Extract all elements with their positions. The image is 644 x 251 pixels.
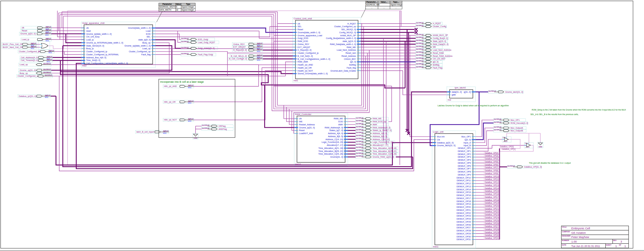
svg-text:Mux-Inh: Mux-Inh <box>437 136 445 138</box>
svg-text:DATA_WIDTH: DATA_WIDTH <box>159 9 171 11</box>
svg-text:Reset: Reset <box>298 28 303 31</box>
svg-text:Cell_Address[4..0]: Cell_Address[4..0] <box>21 56 38 59</box>
svg-text:State_Senze[19..0]: State_Senze[19..0] <box>86 45 104 47</box>
svg-text:Time_Allocation_C[29..26]: Time_Allocation_C[29..26] <box>318 153 343 155</box>
svg-text:Health_rpt_AND: Health_rpt_AND <box>298 64 313 66</box>
svg-text:Input_A: Input_A <box>464 142 471 144</box>
svg-text:VCC: VCC <box>47 61 50 63</box>
svg-text:RAM_WE: RAM_WE <box>347 46 356 49</box>
svg-text:lpm_latch0: lpm_latch0 <box>455 86 466 89</box>
svg-text:RAM_Controller: RAM_Controller <box>295 113 312 116</box>
svg-text:DataBus_OP[8]: DataBus_OP[8] <box>485 169 498 172</box>
svg-text:1.00: 1.00 <box>571 240 577 243</box>
svg-text:Cell_Configuration_Latched[dat: Cell_Configuration_Latched[data_width-1.… <box>86 62 128 65</box>
svg-text:AWK: AWK <box>338 124 343 126</box>
svg-text:inst11: inst11 <box>433 246 439 248</box>
svg-text:INPUT: INPUT <box>257 57 263 59</box>
svg-text:Parameter...: Parameter... <box>366 1 377 3</box>
svg-text:Input_B: Input_B <box>464 144 471 147</box>
svg-text:REV: REV <box>613 240 616 241</box>
svg-text:GND: GND <box>194 137 197 139</box>
svg-text:SEL_A & SEL_B is the results f: SEL_A & SEL_B is the results from the pr… <box>530 113 579 116</box>
svg-text:state_tp[9..0]: state_tp[9..0] <box>138 39 151 41</box>
svg-text:WE: WE <box>433 46 436 48</box>
svg-text:DataBus_OP[0]: DataBus_OP[0] <box>500 146 514 148</box>
svg-text:Hlth_rpt_AND: Hlth_rpt_AND <box>164 85 177 88</box>
svg-text:Load_op: Load_op <box>20 63 28 66</box>
svg-text:Signed Integer: Signed Integer <box>182 6 194 8</box>
svg-text:Value: Value <box>176 3 181 5</box>
svg-text:Cluster_Configured_ip_INTERNAL: Cluster_Configured_ip_INTERNAL <box>86 53 119 56</box>
svg-text:Busy_op: Busy_op <box>20 72 28 75</box>
svg-text:Cluster_Configured_ip: Cluster_Configured_ip <box>19 50 40 53</box>
svg-text:Q[3..0]: Q[3..0] <box>464 139 471 141</box>
svg-text:DEMUX_OP18: DEMUX_OP18 <box>457 200 471 203</box>
svg-text:OUTPUT: OUTPUT <box>43 71 51 73</box>
svg-text:RAM_Address[4..0]: RAM_Address[4..0] <box>325 127 343 129</box>
svg-text:B_Cell_Sel[1..0]: B_Cell_Sel[1..0] <box>298 55 313 57</box>
svg-text:OUTPUT: OUTPUT <box>43 63 51 65</box>
svg-text:INPUT: INPUT <box>257 54 263 56</box>
svg-text:OUTPUT: OUTPUT <box>45 74 52 76</box>
svg-text:Load_Next_Address: Load_Next_Address <box>433 49 451 51</box>
svg-text:DataBus_OP[25]: DataBus_OP[25] <box>485 220 499 222</box>
svg-text:RAM_Data[data_width-1..0]: RAM_Data[data_width-1..0] <box>330 43 356 46</box>
svg-text:Golgi_statetp[9..0]: Golgi_statetp[9..0] <box>198 47 215 50</box>
svg-text:Cluster_Configured_ip: Cluster_Configured_ip <box>86 50 107 53</box>
svg-text:...: ... <box>383 6 385 8</box>
svg-text:Embryonic Cell: Embryonic Cell <box>571 227 590 230</box>
svg-text:DEMUX_OP4: DEMUX_OP4 <box>458 159 471 161</box>
svg-text:reset: reset <box>86 30 91 32</box>
svg-text:Config_MUX[1..0]: Config_MUX[1..0] <box>339 31 356 34</box>
svg-text:BUSY_Next_Cell_OP: BUSY_Next_Cell_OP <box>3 46 23 49</box>
svg-text:DataBus_OP[9]: DataBus_OP[9] <box>485 172 498 175</box>
svg-text:ORFlag: ORFlag <box>218 125 226 127</box>
svg-text:DEMUX_OP12: DEMUX_OP12 <box>457 182 471 185</box>
svg-text:Time_Allocation_C[29..26]: Time_Allocation_C[29..26] <box>373 153 397 155</box>
svg-text:Fault_Flag: Fault_Flag <box>433 67 442 69</box>
svg-text:DEMUX_OP31: DEMUX_OP31 <box>457 238 471 241</box>
svg-text:DataBus_OP[7]: DataBus_OP[7] <box>485 166 498 169</box>
svg-text:B_Cell_Config[4..0]: B_Cell_Config[4..0] <box>229 58 247 60</box>
svg-text:DataBus_OP[31]: DataBus_OP[31] <box>485 237 499 240</box>
svg-text:Signed Integer: Signed Integer <box>182 9 194 11</box>
svg-text:SEL_MUX[1..0]: SEL_MUX[1..0] <box>341 28 356 31</box>
svg-text:Cluster_Config: Cluster_Config <box>433 25 446 28</box>
svg-text:ADDRESS_WIDTH: ADDRESS_WIDTH <box>159 6 176 8</box>
svg-text:DataBus_OP[20]: DataBus_OP[20] <box>485 205 499 207</box>
svg-text:DataBus_OP[15]: DataBus_OP[15] <box>485 190 499 192</box>
svg-text:DEMUX_OP22: DEMUX_OP22 <box>457 212 471 214</box>
svg-text:clk: clk <box>298 23 300 25</box>
svg-text:Databus_ip[31..0]: Databus_ip[31..0] <box>437 142 454 144</box>
svg-text:DEMUX_OP16: DEMUX_OP16 <box>457 194 471 197</box>
svg-text:DataBus_OP[31..0]: DataBus_OP[31..0] <box>524 166 542 168</box>
svg-text:VCC: VCC <box>188 120 192 122</box>
svg-text:DEMUX_OP2: DEMUX_OP2 <box>458 153 471 156</box>
svg-text:State_tp[19..0]: State_tp[19..0] <box>433 40 446 43</box>
svg-text:INPUT: INPUT <box>46 29 51 31</box>
svg-text:GND: GND <box>539 146 542 148</box>
svg-text:data[31..0]: data[31..0] <box>452 91 462 93</box>
svg-text:DataBus_OP[5]: DataBus_OP[5] <box>485 161 498 163</box>
svg-text:Fault_Flag-Golgi: Fault_Flag-Golgi <box>198 53 213 56</box>
svg-text:VCC: VCC <box>31 47 34 49</box>
svg-text:Restart_Address: Restart_Address <box>299 124 315 126</box>
svg-text:Databus_ip2[31..0]: Databus_ip2[31..0] <box>19 95 36 98</box>
svg-text:RAM_EOD_op: RAM_EOD_op <box>373 121 386 123</box>
svg-text:DEMUX_OP0: DEMUX_OP0 <box>458 147 471 150</box>
svg-text:INPUT: INPUT <box>163 130 169 132</box>
svg-text:Mux_OP1: Mux_OP1 <box>461 136 471 138</box>
svg-text:Reset: Reset <box>22 30 27 32</box>
svg-text:Control_Unit_vhdl: Control_Unit_vhdl <box>294 17 312 20</box>
svg-text:...: ... <box>395 6 397 8</box>
svg-text:INPUT: INPUT <box>46 26 51 28</box>
svg-text:EXT_HRQST: EXT_HRQST <box>233 46 246 48</box>
svg-text:Fault_flag: Fault_flag <box>347 67 356 69</box>
svg-text:DEMUX_OP17: DEMUX_OP17 <box>457 197 471 200</box>
svg-text:Address_C[14..10]: Address_C[14..10] <box>325 138 343 141</box>
svg-text:Time_Slot[3..0]: Time_Slot[3..0] <box>86 59 100 62</box>
svg-text:H_RQST: H_RQST <box>433 22 441 25</box>
svg-text:This gnd will disable the data: This gnd will disable the database 0 & 1… <box>529 162 571 164</box>
svg-text:q[3..0]: q[3..0] <box>433 61 439 63</box>
svg-text:Config_Bus[address_width-1..0]: Config_Bus[address_width-1..0] <box>326 37 356 40</box>
